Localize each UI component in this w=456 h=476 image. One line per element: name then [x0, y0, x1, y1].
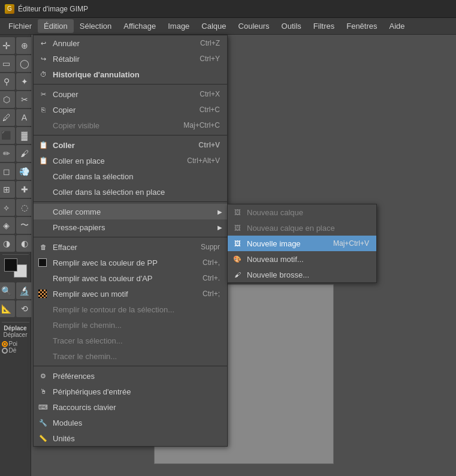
- tool-perspective-clone[interactable]: ⟡: [0, 199, 15, 216]
- menu-item-remplir-pp[interactable]: Remplir avec la couleur de PP Ctrl+,: [34, 255, 227, 270]
- sep-4: [34, 237, 227, 237]
- menu-affichage[interactable]: Affichage: [117, 19, 162, 33]
- menu-item-retablir[interactable]: ↪ Rétablir Ctrl+Y: [34, 51, 227, 67]
- menu-item-remplir-contour[interactable]: Remplir le contour de la sélection...: [34, 302, 227, 317]
- new-pattern-icon: 🎨: [232, 254, 242, 264]
- menu-item-remplir-ap[interactable]: Remplir avec la couleur d'AP Ctrl+.: [34, 270, 227, 286]
- new-layer-icon: 🖼: [232, 207, 242, 217]
- tool-paths[interactable]: 🖊: [0, 109, 15, 126]
- tool-bucket[interactable]: ⬛: [0, 127, 15, 144]
- menu-item-coller-place[interactable]: 📋 Coller en place Ctrl+Alt+V: [34, 153, 227, 168]
- option-row-2: Dé: [2, 347, 29, 354]
- tool-eraser[interactable]: ◻: [0, 163, 15, 180]
- paste-icon: 📋: [38, 140, 48, 150]
- menu-filtres[interactable]: Filtres: [307, 19, 340, 33]
- fill-pp-icon: [38, 258, 47, 267]
- menu-item-couper[interactable]: ✂ Couper Ctrl+X: [34, 86, 227, 102]
- toolbox: ✛ ⊕ ▭ ◯ ⚲ ✦ ⬡ ✂ 🖊 A ⬛ ▓ ✏ 🖌 ◻ 💨: [0, 35, 31, 476]
- tool-row-1: ✛ ⊕: [0, 37, 33, 54]
- radio-de[interactable]: [2, 348, 8, 354]
- submenu-nouveau-motif[interactable]: 🎨 Nouveau motif...: [228, 251, 376, 267]
- radio-poi[interactable]: [2, 341, 8, 347]
- menu-item-remplir-chemin[interactable]: Remplir le chemin...: [34, 317, 227, 333]
- tool-dodge[interactable]: ◑: [0, 235, 15, 252]
- tool-sharpen[interactable]: ◈: [0, 217, 15, 234]
- menu-item-presse-papiers[interactable]: Presse-papiers: [34, 219, 227, 235]
- tool-color-picker[interactable]: 🔬: [16, 282, 33, 299]
- menu-item-peripheriques[interactable]: 🖱 Périphériques d'entrée: [34, 384, 227, 399]
- measure-row: 📐 ⟲: [0, 300, 33, 317]
- tool-select-color[interactable]: ⬡: [0, 91, 15, 108]
- menu-item-historique[interactable]: ⏱ Historique d'annulation: [34, 67, 227, 82]
- menu-item-remplir-motif[interactable]: Remplir avec un motif Ctrl+;: [34, 286, 227, 302]
- devices-icon: 🖱: [38, 387, 48, 396]
- foreground-color[interactable]: [4, 258, 17, 272]
- menu-item-annuler[interactable]: ↩ Annuler Ctrl+Z: [34, 35, 227, 51]
- sep-5: [34, 366, 227, 366]
- tool-transform[interactable]: ⟲: [16, 300, 33, 317]
- menu-aide[interactable]: Aide: [383, 19, 411, 33]
- menu-item-coller-selection-place[interactable]: Coller dans la sélection en place: [34, 184, 227, 200]
- submenu-nouvelle-image[interactable]: 🖼 Nouvelle image Maj+Ctrl+V: [228, 236, 376, 251]
- cut-icon: ✂: [38, 89, 48, 99]
- submenu-nouveau-calque-place[interactable]: 🖼 Nouveau calque en place: [228, 220, 376, 236]
- tool-heal[interactable]: ✚: [16, 181, 33, 198]
- menu-item-copier-visible[interactable]: Copier visible Maj+Ctrl+C: [34, 118, 227, 133]
- menu-item-coller[interactable]: 📋 Coller Ctrl+V: [34, 137, 227, 153]
- tool-separator: [2, 254, 29, 255]
- tool-gradient[interactable]: ▓: [16, 127, 33, 144]
- prefs-icon: ⚙: [38, 371, 48, 381]
- undo-icon: ↩: [38, 38, 48, 48]
- menu-fenetres[interactable]: Fenêtres: [340, 19, 383, 33]
- menu-item-unites[interactable]: 📏 Unités: [34, 430, 227, 446]
- tool-text[interactable]: A: [16, 109, 33, 126]
- tool-measure[interactable]: 📐: [0, 300, 15, 317]
- menu-edition[interactable]: Édition: [38, 19, 74, 33]
- tool-pencil[interactable]: ✏: [0, 145, 15, 162]
- menu-item-effacer[interactable]: 🗑 Effacer Suppr: [34, 239, 227, 255]
- option-de-label: Dé: [9, 347, 17, 354]
- tool-align[interactable]: ⊕: [16, 37, 33, 54]
- menu-item-coller-selection[interactable]: Coller dans la sélection: [34, 168, 227, 184]
- submenu-nouvelle-brosse[interactable]: 🖌 Nouvelle brosse...: [228, 267, 376, 282]
- tool-row-11: ◈ 〜: [0, 217, 33, 234]
- menu-item-modules[interactable]: 🔧 Modules: [34, 415, 227, 430]
- tool-free-select[interactable]: ⚲: [0, 73, 15, 90]
- menu-item-tracer-chemin[interactable]: Tracer le chemin...: [34, 348, 227, 364]
- tool-row-4: ⬡ ✂: [0, 91, 33, 108]
- menu-item-raccourcis[interactable]: ⌨ Raccourcis clavier: [34, 399, 227, 415]
- window-title: Éditeur d'image GIMP: [18, 5, 88, 13]
- copy-icon: ⎘: [38, 105, 48, 115]
- tool-smudge[interactable]: 〜: [16, 217, 33, 234]
- tool-select-rect[interactable]: ▭: [0, 55, 15, 72]
- menu-outils[interactable]: Outils: [276, 19, 307, 33]
- color-boxes: [4, 258, 27, 278]
- tool-row-3: ⚲ ✦: [0, 73, 33, 90]
- menu-selection[interactable]: Sélection: [74, 19, 117, 33]
- menu-calque[interactable]: Calque: [195, 19, 232, 33]
- tool-row-9: ⊞ ✚: [0, 181, 33, 198]
- new-brush-icon: 🖌: [232, 270, 242, 279]
- tool-row-2: ▭ ◯: [0, 55, 33, 72]
- menu-couleurs[interactable]: Couleurs: [232, 19, 276, 33]
- menu-item-copier[interactable]: ⎘ Copier Ctrl+C: [34, 102, 227, 118]
- tool-fuzzy-select[interactable]: ✦: [16, 73, 33, 90]
- menu-image[interactable]: Image: [162, 19, 195, 33]
- app-icon: G: [5, 4, 14, 14]
- delete-icon: 🗑: [38, 242, 48, 252]
- menu-item-preferences[interactable]: ⚙ Préférences: [34, 368, 227, 384]
- tool-clone[interactable]: ⊞: [0, 181, 15, 198]
- tool-select-ellipse[interactable]: ◯: [16, 55, 33, 72]
- history-icon: ⏱: [38, 70, 48, 79]
- tool-blur[interactable]: ◌: [16, 199, 33, 216]
- menu-fichier[interactable]: Fichier: [2, 19, 38, 33]
- menu-item-tracer-selection[interactable]: Tracer la sélection...: [34, 333, 227, 348]
- menu-item-coller-comme[interactable]: Coller comme 🖼 Nouveau calque 🖼 Nouveau …: [34, 204, 227, 219]
- tool-paintbrush[interactable]: 🖌: [16, 145, 33, 162]
- tool-move[interactable]: ✛: [0, 37, 15, 54]
- tool-airbrush[interactable]: 💨: [16, 163, 33, 180]
- tool-zoom-in[interactable]: 🔍: [0, 282, 15, 299]
- tool-burn[interactable]: ◐: [16, 235, 33, 252]
- submenu-nouveau-calque[interactable]: 🖼 Nouveau calque: [228, 204, 376, 220]
- tool-scissors[interactable]: ✂: [16, 91, 33, 108]
